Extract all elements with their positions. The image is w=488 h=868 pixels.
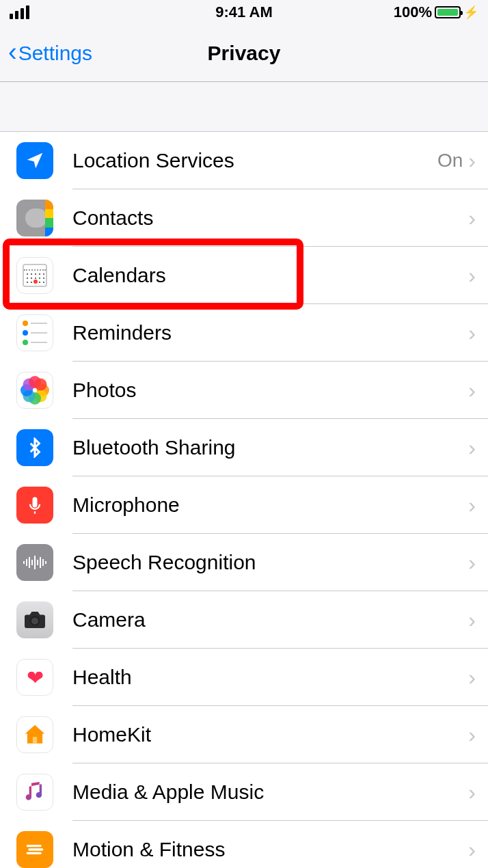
settings-row-label: Speech Recognition — [72, 551, 468, 574]
settings-row-label: Calendars — [72, 264, 468, 287]
settings-row-homekit[interactable]: HomeKit› — [0, 706, 488, 763]
svg-rect-10 — [33, 737, 37, 744]
settings-row-motion[interactable]: Motion & Fitness› — [0, 821, 488, 868]
settings-row-label: Contacts — [72, 206, 468, 230]
settings-row-microphone[interactable]: Microphone› — [0, 476, 488, 534]
heart-icon: ❤ — [16, 659, 53, 696]
settings-row-health[interactable]: ❤Health› — [0, 649, 488, 706]
calendar-icon — [16, 257, 53, 294]
contacts-icon — [16, 200, 53, 236]
bluetooth-icon — [16, 429, 53, 466]
settings-row-label: Microphone — [72, 493, 468, 517]
settings-row-photos[interactable]: Photos› — [0, 362, 488, 419]
chevron-right-icon: › — [468, 837, 476, 863]
settings-row-bluetooth[interactable]: Bluetooth Sharing› — [0, 419, 488, 476]
chevron-right-icon: › — [468, 206, 476, 231]
chevron-right-icon: › — [468, 435, 476, 461]
chevron-right-icon: › — [468, 493, 476, 518]
settings-row-contacts[interactable]: Contacts› — [0, 189, 488, 247]
nav-bar: ‹ Settings Privacy — [0, 25, 488, 82]
svg-point-9 — [31, 617, 39, 625]
chevron-right-icon: › — [468, 148, 476, 174]
reminders-icon — [16, 314, 53, 351]
microphone-icon — [16, 487, 53, 524]
chevron-left-icon: ‹ — [8, 39, 17, 65]
house-icon — [16, 716, 53, 753]
chevron-right-icon: › — [468, 321, 476, 346]
settings-row-reminders[interactable]: Reminders› — [0, 304, 488, 362]
chevron-right-icon: › — [468, 378, 476, 403]
chevron-right-icon: › — [468, 550, 476, 575]
chevron-right-icon: › — [468, 780, 476, 805]
settings-row-value: On — [437, 150, 463, 172]
back-button[interactable]: ‹ Settings — [0, 42, 92, 65]
motion-icon — [16, 831, 53, 868]
camera-icon — [16, 601, 53, 638]
chevron-right-icon: › — [468, 263, 476, 288]
signal-strength-icon — [10, 5, 166, 19]
settings-row-label: HomeKit — [72, 723, 468, 746]
settings-row-label: Photos — [72, 379, 468, 402]
settings-row-location[interactable]: Location ServicesOn› — [0, 132, 488, 189]
photos-icon — [16, 372, 53, 409]
music-note-icon — [16, 774, 53, 811]
settings-row-label: Reminders — [72, 321, 468, 344]
privacy-list: Location ServicesOn›Contacts›Calendars›R… — [0, 131, 488, 868]
settings-row-calendars[interactable]: Calendars› — [0, 247, 488, 304]
settings-row-label: Camera — [72, 608, 468, 632]
settings-row-media[interactable]: Media & Apple Music› — [0, 763, 488, 821]
settings-row-label: Health — [72, 666, 468, 689]
chevron-right-icon: › — [468, 608, 476, 633]
status-time: 9:41 AM — [166, 3, 323, 21]
settings-row-label: Bluetooth Sharing — [72, 436, 468, 459]
location-arrow-icon — [16, 142, 53, 179]
settings-row-speech[interactable]: Speech Recognition› — [0, 534, 488, 591]
chevron-right-icon: › — [468, 722, 476, 748]
battery-icon — [435, 6, 461, 18]
settings-row-camera[interactable]: Camera› — [0, 591, 488, 649]
settings-row-label: Motion & Fitness — [72, 838, 468, 861]
status-bar: 9:41 AM 100% ⚡ — [0, 0, 488, 25]
settings-row-label: Media & Apple Music — [72, 781, 468, 804]
waveform-icon — [16, 544, 53, 581]
back-button-label: Settings — [18, 42, 92, 65]
settings-row-label: Location Services — [72, 149, 437, 172]
chevron-right-icon: › — [468, 665, 476, 690]
battery-percent: 100% — [394, 3, 432, 21]
charging-icon: ⚡ — [463, 5, 478, 20]
